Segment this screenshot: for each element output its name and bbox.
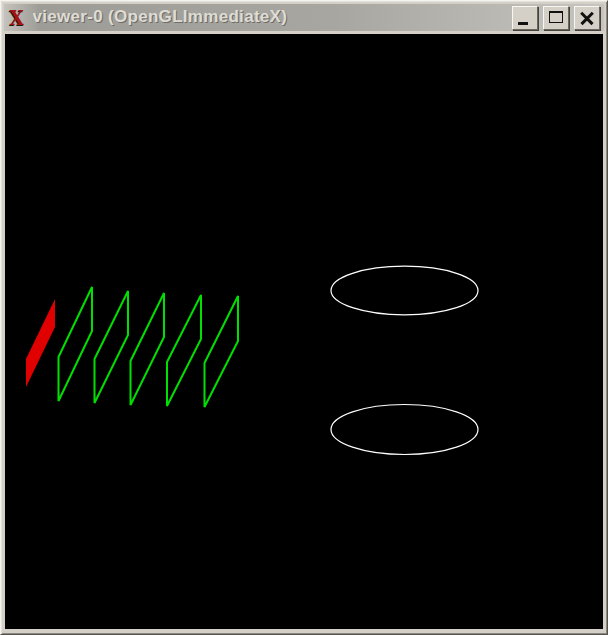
green-wire-quad-4 xyxy=(167,295,201,406)
titlebar[interactable]: X viewer-0 (OpenGLImmediateX) xyxy=(4,4,604,31)
maximize-icon xyxy=(549,11,563,23)
maximize-button[interactable] xyxy=(543,6,569,30)
window-title: viewer-0 (OpenGLImmediateX) xyxy=(33,7,512,27)
minimize-button[interactable] xyxy=(512,6,538,30)
green-wire-quad-2 xyxy=(95,291,129,403)
green-wire-quad-1 xyxy=(59,287,93,401)
x11-app-icon: X xyxy=(10,8,24,28)
close-icon xyxy=(575,7,599,29)
window-controls xyxy=(512,6,600,30)
red-filled-quad xyxy=(26,299,55,387)
minimize-icon xyxy=(518,22,528,25)
app-window: X viewer-0 (OpenGLImmediateX) xyxy=(0,0,608,635)
green-wire-quad-5 xyxy=(205,296,239,407)
green-wire-quad-3 xyxy=(131,293,165,405)
scene-svg xyxy=(5,34,603,629)
white-wire-ellipse-bottom xyxy=(331,405,478,455)
white-wire-ellipse-top xyxy=(331,266,478,315)
opengl-viewport[interactable] xyxy=(5,34,603,629)
close-button[interactable] xyxy=(574,6,600,30)
